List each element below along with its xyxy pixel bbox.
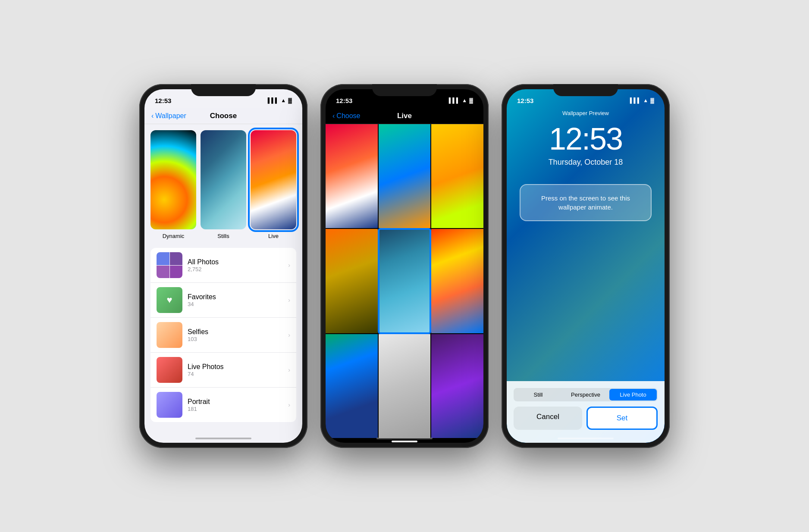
battery-icon-1: ▓ xyxy=(288,97,292,103)
live-cell-4[interactable] xyxy=(326,229,378,333)
album-info-live-photos: Live Photos 74 xyxy=(188,363,283,377)
album-thumb-all-photos xyxy=(157,252,182,278)
category-dynamic[interactable] xyxy=(151,130,196,229)
album-count-selfies: 103 xyxy=(188,336,283,342)
signal-icon-2: ▌▌▌ xyxy=(449,97,460,103)
label-live: Live xyxy=(251,233,296,239)
album-portrait[interactable]: Portrait 181 › xyxy=(151,388,296,422)
status-time-1: 12:53 xyxy=(155,97,171,104)
chevron-selfies: › xyxy=(288,332,290,338)
back-button-1[interactable]: ‹ Wallpaper xyxy=(151,112,186,120)
phone-2: 12:53 ▌▌▌ ▲ ▓ ‹ Choose Live xyxy=(320,84,489,448)
preview-date: Thursday, October 18 xyxy=(507,158,665,167)
wifi-icon-3: ▲ xyxy=(643,97,648,103)
action-buttons: Cancel Set xyxy=(514,407,658,430)
album-info-favorites: Favorites 34 xyxy=(188,293,283,307)
tab-still[interactable]: Still xyxy=(514,389,562,401)
live-cell-8[interactable] xyxy=(379,334,431,438)
phone-3: 12:53 ▌▌▌ ▲ ▓ Wallpaper Preview 12:53 Th… xyxy=(502,84,670,448)
nav-title-1: Choose xyxy=(210,112,237,120)
album-live-photos[interactable]: Live Photos 74 › xyxy=(151,353,296,388)
status-time-2: 12:53 xyxy=(336,97,352,104)
live-cell-3[interactable] xyxy=(431,124,483,228)
back-label-2: Choose xyxy=(336,112,360,120)
status-icons-1: ▌▌▌ ▲ ▓ xyxy=(268,97,292,103)
back-chevron-1: ‹ xyxy=(151,112,154,120)
album-info-all-photos: All Photos 2,752 xyxy=(188,258,283,272)
live-cell-1[interactable] xyxy=(326,124,378,228)
live-cell-5[interactable] xyxy=(379,229,431,333)
chevron-portrait: › xyxy=(288,401,290,408)
phone-2-screen: 12:53 ▌▌▌ ▲ ▓ ‹ Choose Live xyxy=(326,89,483,443)
category-grid xyxy=(144,124,302,233)
scene: 12:53 ▌▌▌ ▲ ▓ ‹ Wallpaper Choose xyxy=(139,84,670,448)
album-name-selfies: Selfies xyxy=(188,328,283,336)
live-cell-9[interactable] xyxy=(431,334,483,438)
album-info-portrait: Portrait 181 xyxy=(188,398,283,412)
live-grid xyxy=(326,124,483,438)
home-indicator-2 xyxy=(376,438,433,439)
back-label-1: Wallpaper xyxy=(155,112,186,120)
scroll-indicator-2 xyxy=(392,441,417,442)
tab-perspective[interactable]: Perspective xyxy=(562,389,609,401)
album-count-favorites: 34 xyxy=(188,301,283,307)
nav-bar-2: ‹ Choose Live xyxy=(326,108,483,124)
album-name-all-photos: All Photos xyxy=(188,258,283,266)
signal-icon-1: ▌▌▌ xyxy=(268,97,279,103)
category-labels: Dynamic Stills Live xyxy=(144,233,302,239)
status-time-3: 12:53 xyxy=(517,97,533,104)
battery-icon-2: ▓ xyxy=(469,97,473,103)
album-selfies[interactable]: Selfies 103 › xyxy=(151,318,296,353)
album-count-live-photos: 74 xyxy=(188,371,283,377)
album-favorites[interactable]: ♥ Favorites 34 › xyxy=(151,283,296,318)
label-stills: Stills xyxy=(201,233,246,239)
motion-tabs: Still Perspective Live Photo xyxy=(514,388,658,401)
album-thumb-live-photos xyxy=(157,357,182,383)
album-thumb-selfies xyxy=(157,322,182,348)
wallpaper-preview-label: Wallpaper Preview xyxy=(507,108,665,123)
label-dynamic: Dynamic xyxy=(151,233,196,239)
chevron-favorites: › xyxy=(288,297,290,304)
album-count-all-photos: 2,752 xyxy=(188,266,283,272)
animate-message-text: Press on the screen to see this wallpape… xyxy=(541,194,630,211)
album-section: All Photos 2,752 › ♥ Favorites 34 xyxy=(144,248,302,422)
album-count-portrait: 181 xyxy=(188,406,283,412)
category-stills[interactable] xyxy=(201,130,246,229)
phone-1: 12:53 ▌▌▌ ▲ ▓ ‹ Wallpaper Choose xyxy=(139,84,307,448)
back-button-2[interactable]: ‹ Choose xyxy=(332,112,360,120)
animate-message: Press on the screen to see this wallpape… xyxy=(520,184,652,221)
battery-icon-3: ▓ xyxy=(650,97,654,103)
signal-icon-3: ▌▌▌ xyxy=(630,97,641,103)
live-cell-2[interactable] xyxy=(379,124,431,228)
wifi-icon-2: ▲ xyxy=(462,97,467,103)
album-thumb-portrait xyxy=(157,392,182,418)
album-list: All Photos 2,752 › ♥ Favorites 34 xyxy=(151,248,296,422)
set-button[interactable]: Set xyxy=(586,407,658,430)
home-indicator-3 xyxy=(558,438,614,439)
home-indicator-1 xyxy=(195,438,251,439)
nav-bar-1: ‹ Wallpaper Choose xyxy=(144,108,302,124)
album-info-selfies: Selfies 103 xyxy=(188,328,283,342)
wifi-icon-1: ▲ xyxy=(281,97,286,103)
chevron-all-photos: › xyxy=(288,262,290,269)
live-cell-7[interactable] xyxy=(326,334,378,438)
preview-bottom-sheet: Still Perspective Live Photo Cancel Set xyxy=(507,381,665,443)
nav-title-2: Live xyxy=(397,112,412,120)
preview-clock: 12:53 xyxy=(507,123,665,154)
chevron-live-photos: › xyxy=(288,366,290,373)
notch-2 xyxy=(372,84,437,96)
album-name-portrait: Portrait xyxy=(188,398,283,406)
status-icons-3: ▌▌▌ ▲ ▓ xyxy=(630,97,654,103)
album-thumb-favorites: ♥ xyxy=(157,287,182,313)
notch-3 xyxy=(553,84,618,96)
back-chevron-2: ‹ xyxy=(332,112,335,120)
phone-3-screen: 12:53 ▌▌▌ ▲ ▓ Wallpaper Preview 12:53 Th… xyxy=(507,89,665,443)
album-name-favorites: Favorites xyxy=(188,293,283,301)
notch-1 xyxy=(191,84,256,96)
category-live[interactable] xyxy=(251,130,296,229)
tab-live-photo[interactable]: Live Photo xyxy=(609,389,657,401)
status-icons-2: ▌▌▌ ▲ ▓ xyxy=(449,97,473,103)
album-all-photos[interactable]: All Photos 2,752 › xyxy=(151,248,296,283)
live-cell-6[interactable] xyxy=(431,229,483,333)
cancel-button[interactable]: Cancel xyxy=(514,407,582,430)
